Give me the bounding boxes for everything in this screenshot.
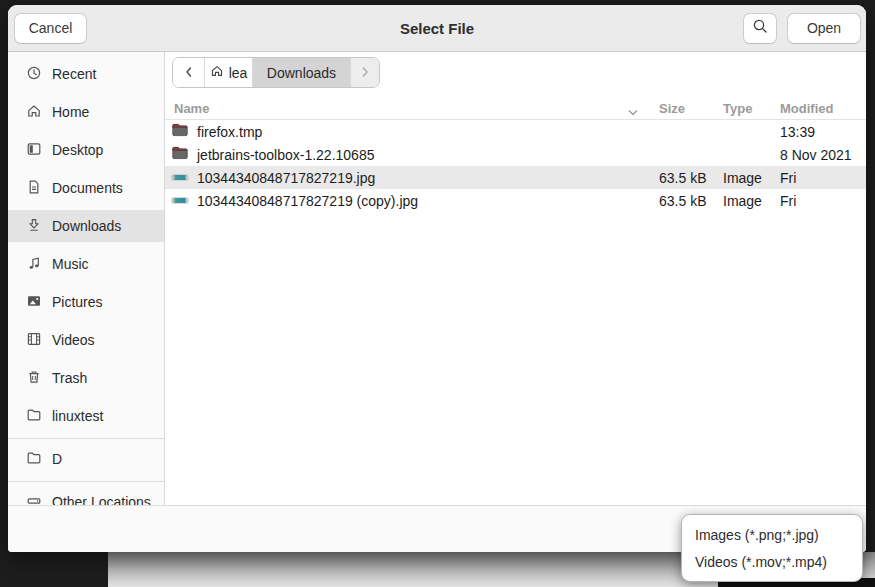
file-chooser-dialog: Cancel Select File Open Recent [8,5,866,552]
chevron-left-icon [184,65,194,81]
file-list-pane: lea Downloads Name Size Type Modified [165,52,866,505]
list-column-headers: Name Size Type Modified [165,98,866,120]
sidebar-item-recent[interactable]: Recent [8,58,164,90]
file-type: Image [723,193,780,209]
file-name: jetbrains-toolbox-1.22.10685 [197,147,374,163]
sidebar-item-videos[interactable]: Videos [8,324,164,356]
table-row[interactable]: jetbrains-toolbox-1.22.10685 8 Nov 2021 [165,143,866,166]
file-name: 10344340848717827219.jpg [197,170,375,186]
sidebar-item-music[interactable]: Music [8,248,164,280]
sidebar-item-documents[interactable]: Documents [8,172,164,204]
sidebar-item-label: Desktop [52,142,103,158]
sidebar-item-label: Music [52,256,89,272]
sort-chevron-down-icon [627,105,639,120]
home-icon [26,103,42,122]
sidebar-item-label: Pictures [52,294,103,310]
dialog-titlebar: Cancel Select File Open [8,5,866,52]
column-header-modified[interactable]: Modified [780,101,866,116]
folder-icon [26,407,42,426]
filter-option-videos[interactable]: Videos (*.mov;*.mp4) [682,548,862,575]
search-button[interactable] [743,13,777,44]
sidebar-item-label: Home [52,104,89,120]
clock-icon [26,65,42,84]
column-header-size[interactable]: Size [659,101,723,116]
music-note-icon [26,255,42,274]
file-name-cell: jetbrains-toolbox-1.22.10685 [165,146,659,163]
sidebar-item-desktop[interactable]: Desktop [8,134,164,166]
picture-icon [26,293,42,312]
image-thumbnail-icon [172,198,188,203]
sidebar-item-d[interactable]: D [8,443,164,475]
search-icon [752,18,769,38]
places-sidebar: Recent Home Desktop Documents Downloads [8,52,165,505]
dialog-body: Recent Home Desktop Documents Downloads [8,52,866,505]
sidebar-item-linuxtest[interactable]: linuxtest [8,400,164,432]
path-segment-downloads[interactable]: Downloads [252,58,350,87]
file-name: firefox.tmp [197,124,262,140]
column-header-name[interactable]: Name [165,101,659,116]
folder-icon [172,123,188,140]
titlebar-actions: Open [743,13,861,44]
download-icon [26,217,42,236]
sidebar-separator [8,438,164,439]
file-modified: Fri [780,170,866,186]
path-bar: lea Downloads [172,57,380,88]
open-button[interactable]: Open [787,13,861,44]
sidebar-item-label: Trash [52,370,87,386]
filter-option-images[interactable]: Images (*.png;*.jpg) [682,521,862,548]
sidebar-item-home[interactable]: Home [8,96,164,128]
home-icon [210,64,224,81]
file-modified: Fri [780,193,866,209]
file-type: Image [723,170,780,186]
folder-icon [172,146,188,163]
table-row[interactable]: firefox.tmp 13:39 [165,120,866,143]
chevron-right-icon [360,65,370,81]
path-segment-label: Downloads [267,65,336,81]
file-rows: firefox.tmp 13:39 jetbrains-toolbox-1.22… [165,120,866,212]
sidebar-item-label: Downloads [52,218,121,234]
desktop-icon [26,141,42,160]
document-icon [26,179,42,198]
path-segment-home[interactable]: lea [204,58,252,87]
sidebar-item-label: Videos [52,332,95,348]
file-name-cell: 10344340848717827219 (copy).jpg [165,193,659,209]
file-size: 63.5 kB [659,170,723,186]
screen: Cancel Select File Open Recent [0,0,875,587]
column-header-type[interactable]: Type [723,101,780,116]
file-filter-dropdown: Images (*.png;*.jpg) Videos (*.mov;*.mp4… [681,514,863,582]
sidebar-item-pictures[interactable]: Pictures [8,286,164,318]
sidebar-item-label: Recent [52,66,96,82]
sidebar-item-downloads[interactable]: Downloads [8,210,164,242]
drive-icon [26,493,42,506]
file-size: 63.5 kB [659,193,723,209]
path-forward-button[interactable] [350,58,379,87]
sidebar-item-trash[interactable]: Trash [8,362,164,394]
sidebar-separator [8,481,164,482]
path-back-button[interactable] [173,58,204,87]
sidebar-item-label: D [52,451,62,467]
folder-icon [26,450,42,469]
film-icon [26,331,42,350]
sidebar-item-label: Other Locations [52,494,151,505]
table-row-selected[interactable]: 10344340848717827219.jpg 63.5 kB Image F… [165,166,866,189]
file-name: 10344340848717827219 (copy).jpg [197,193,418,209]
file-modified: 8 Nov 2021 [780,147,866,163]
file-name-cell: firefox.tmp [165,123,659,140]
image-thumbnail-icon [172,175,188,180]
table-row[interactable]: 10344340848717827219 (copy).jpg 63.5 kB … [165,189,866,212]
path-segment-label: lea [229,65,248,81]
sidebar-item-label: linuxtest [52,408,103,424]
cancel-button[interactable]: Cancel [14,13,87,44]
file-modified: 13:39 [780,124,866,140]
page-title: Select File [8,20,866,37]
trash-icon [26,369,42,388]
file-name-cell: 10344340848717827219.jpg [165,170,659,186]
sidebar-item-label: Documents [52,180,123,196]
sidebar-item-other-locations[interactable]: Other Locations [8,486,164,505]
